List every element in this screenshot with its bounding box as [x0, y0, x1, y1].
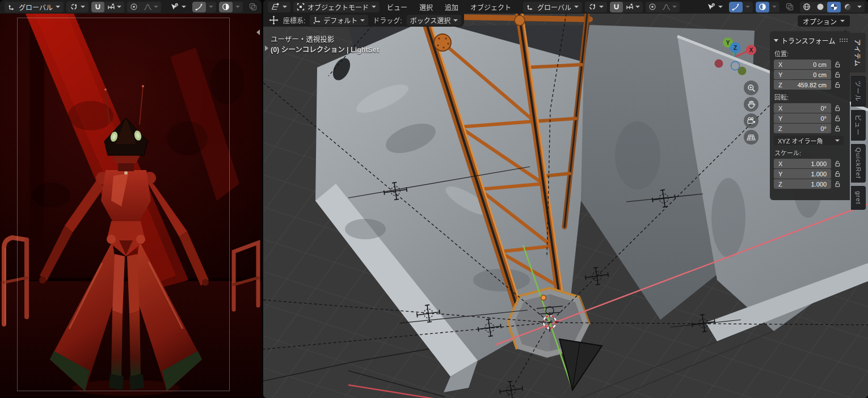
light-object[interactable]: [541, 295, 546, 300]
location-y-row: Y 0 cm: [774, 70, 848, 79]
gizmos-dropdown[interactable]: [743, 2, 753, 12]
tab-quickref[interactable]: QuickRef: [851, 144, 866, 183]
scale-y-field[interactable]: Y 1.000: [774, 169, 831, 179]
xray-toggle-button[interactable]: [782, 2, 797, 12]
lock-toggle[interactable]: [831, 61, 844, 68]
camera-border: [17, 18, 230, 391]
snap-toggle-button[interactable]: [610, 2, 623, 12]
camera-view-button[interactable]: [744, 113, 759, 128]
drag-select[interactable]: ボックス選択: [407, 15, 462, 26]
move-tool-icon[interactable]: [269, 15, 279, 25]
proportional-edit-button[interactable]: [646, 2, 659, 12]
perspective-toggle-button[interactable]: [744, 130, 759, 145]
shading-material-button[interactable]: [827, 2, 841, 12]
axis-label: X: [778, 61, 782, 68]
scale-y-row: Y 1.000: [774, 169, 848, 179]
overlays-toggle-button[interactable]: [756, 2, 769, 12]
lock-toggle[interactable]: [831, 125, 844, 132]
show-gizmo-button[interactable]: [167, 2, 189, 12]
lock-toggle[interactable]: [831, 115, 844, 122]
lock-toggle[interactable]: [831, 82, 844, 88]
panel-grip-icon[interactable]: [839, 38, 848, 43]
falloff-button[interactable]: [141, 2, 161, 12]
toolbar-expand-arrow[interactable]: [265, 45, 268, 51]
editor-type-button[interactable]: [268, 2, 290, 12]
overlays-dropdown[interactable]: [769, 2, 779, 12]
axis-neg-x-ball[interactable]: [715, 60, 723, 68]
show-gizmo-button[interactable]: [703, 2, 726, 12]
rotation-mode-value: XYZ オイラー角: [778, 136, 823, 145]
xray-toggle-button[interactable]: [246, 2, 260, 12]
rotation-mode-select[interactable]: XYZ オイラー角: [774, 136, 844, 145]
snap-with-button[interactable]: [623, 2, 643, 12]
mode-selector-button[interactable]: オブジェクトモード: [293, 2, 380, 12]
overlays-toggle-button[interactable]: [219, 2, 233, 12]
lock-toggle[interactable]: [831, 160, 844, 167]
tab-view[interactable]: ビュー: [851, 110, 866, 141]
rotation-z-field[interactable]: Z 0°: [774, 124, 831, 133]
proportional-circle-icon: [648, 3, 656, 11]
axis-label: Z: [778, 125, 782, 132]
location-y-field[interactable]: Y 0 cm: [774, 70, 831, 79]
shading-dropdown[interactable]: [854, 2, 865, 12]
snap-group: [610, 2, 643, 12]
gizmos-toggle-button[interactable]: [192, 2, 206, 12]
chevron-down-icon: [235, 6, 240, 8]
unlock-icon: [835, 105, 841, 112]
snap-target-button[interactable]: [585, 2, 607, 12]
sidebar-expand-arrow[interactable]: [256, 29, 260, 35]
axis-neg-z-ball[interactable]: [731, 62, 740, 70]
shading-solid-button[interactable]: [814, 2, 827, 12]
lock-toggle[interactable]: [831, 105, 844, 112]
blender-window: グローバル: [0, 0, 868, 398]
axis-label: Y: [778, 171, 782, 177]
shading-wireframe-button[interactable]: [800, 2, 814, 12]
options-button[interactable]: オプション: [798, 15, 850, 27]
falloff-button[interactable]: [659, 2, 680, 12]
scale-x-row: X 1.000: [774, 159, 848, 168]
overlays-dropdown[interactable]: [233, 2, 243, 12]
transform-panel-header[interactable]: トランスフォーム: [774, 35, 848, 46]
orientation-icon: [8, 3, 16, 11]
transform-orientation-button[interactable]: グローバル: [5, 2, 64, 12]
pan-button[interactable]: [744, 97, 759, 112]
menu-object[interactable]: オブジェクト: [466, 2, 516, 12]
view-mode-overlay: ユーザー・透視投影: [271, 33, 334, 44]
gizmos-dropdown[interactable]: [206, 2, 216, 12]
zoom-button[interactable]: [744, 81, 759, 95]
tab-gret[interactable]: gret: [851, 186, 866, 210]
magnet-icon: [94, 3, 102, 11]
lock-toggle[interactable]: [831, 171, 844, 177]
lock-toggle[interactable]: [831, 181, 844, 188]
menu-select[interactable]: 選択: [415, 2, 437, 12]
gizmos-toggle-button[interactable]: [729, 2, 743, 12]
scale-x-field[interactable]: X 1.000: [774, 159, 831, 168]
menu-add[interactable]: 追加: [440, 2, 463, 12]
xray-icon: [249, 3, 257, 11]
transform-orientation-button[interactable]: グローバル: [523, 2, 582, 12]
rotation-y-field[interactable]: Y 0°: [774, 113, 831, 123]
rendered-icon: [844, 3, 852, 11]
scale-z-field[interactable]: Z 1.000: [774, 179, 831, 189]
tab-tool[interactable]: ツール: [851, 76, 866, 107]
snap-target-button[interactable]: [66, 2, 89, 12]
menu-view[interactable]: ビュー: [382, 2, 412, 12]
tab-item[interactable]: アイテム: [850, 33, 866, 73]
rotation-y-row: Y 0°: [774, 113, 848, 123]
proportional-edit-button[interactable]: [127, 2, 141, 12]
chevron-down-icon: [840, 20, 845, 22]
coord-system-select[interactable]: デフォルト: [310, 15, 368, 26]
snap-with-button[interactable]: [104, 2, 124, 12]
chevron-down-icon: [672, 6, 677, 8]
location-z-field[interactable]: Z 459.82 cm: [774, 80, 831, 90]
rotation-x-field[interactable]: X 0°: [774, 103, 831, 113]
viewport-right[interactable]: オブジェクトモード ビュー 選択 追加 オブジェクト グローバル: [263, 0, 868, 398]
falloff-curve-icon: [144, 3, 152, 11]
shading-rendered-button[interactable]: [841, 2, 854, 12]
viewport-left[interactable]: グローバル: [0, 0, 262, 398]
unlock-icon: [835, 115, 841, 122]
snap-toggle-button[interactable]: [91, 2, 104, 12]
navigation-gizmo[interactable]: Y Z X: [705, 20, 761, 77]
location-x-field[interactable]: X 0 cm: [774, 60, 831, 69]
lock-toggle[interactable]: [831, 71, 844, 78]
